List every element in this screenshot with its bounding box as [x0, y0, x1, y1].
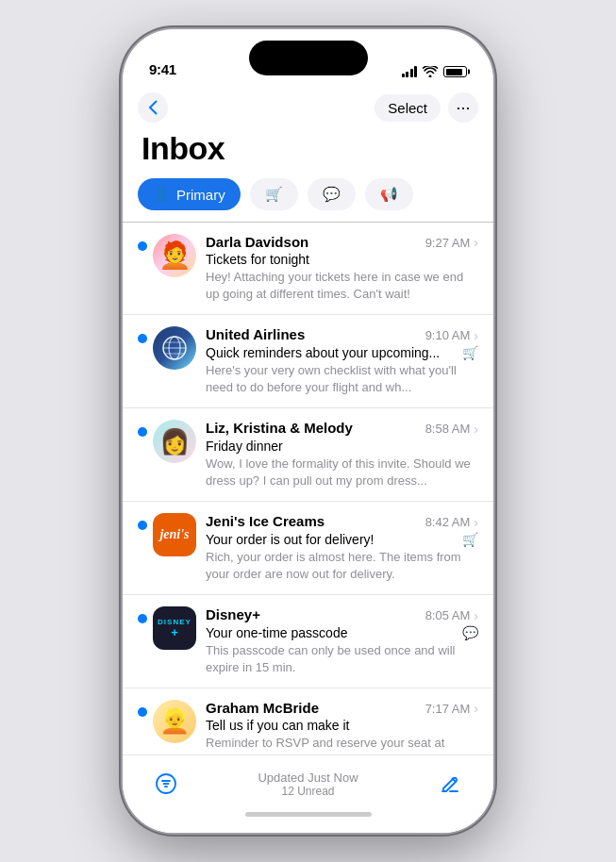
email-item[interactable]: 👩 Liz, Kristina & Melody 8:58 AM › Frida…: [123, 408, 493, 502]
email-meta: 7:17 AM ›: [425, 701, 478, 716]
email-item[interactable]: 🧑‍🦰 Darla Davidson 9:27 AM › Tickets for…: [123, 223, 493, 316]
email-time: 9:10 AM: [425, 328, 471, 342]
email-subject: Tell us if you can make it: [206, 718, 478, 733]
email-subject-row: Your order is out for delivery! 🛒: [206, 532, 478, 547]
select-button[interactable]: Select: [375, 94, 441, 122]
updated-text: Updated Just Now: [187, 771, 429, 785]
email-header: Disney+ 8:05 AM ›: [206, 606, 478, 623]
sender-name: Darla Davidson: [206, 234, 425, 250]
email-header: Darla Davidson 9:27 AM ›: [206, 234, 478, 251]
unread-dot: [138, 241, 147, 251]
email-content: Darla Davidson 9:27 AM › Tickets for ton…: [206, 234, 478, 304]
email-meta: 8:58 AM ›: [425, 422, 478, 437]
email-content: Disney+ 8:05 AM › Your one-time passcode…: [206, 606, 478, 676]
more-button[interactable]: ···: [448, 92, 478, 123]
email-subject-row: Your one-time passcode 💬: [206, 625, 478, 640]
tab-primary-label: Primary: [176, 187, 225, 203]
email-header: Graham McBride 7:17 AM ›: [206, 700, 478, 717]
email-time: 8:05 AM: [425, 608, 471, 622]
compose-button[interactable]: [429, 763, 471, 804]
email-preview: Rich, your order is almost here. The ite…: [206, 549, 478, 583]
chevron-right-icon: ›: [474, 515, 478, 530]
chevron-right-icon: ›: [474, 701, 478, 716]
email-item[interactable]: DISNEY + Disney+ 8:05 AM › Your one-time…: [123, 595, 493, 688]
home-indicator: [245, 812, 372, 817]
email-subject-row: Tickets for tonight: [206, 252, 478, 267]
sender-name: Liz, Kristina & Melody: [206, 420, 425, 436]
tab-messages[interactable]: 💬: [308, 178, 356, 210]
avatar: jeni's: [153, 513, 196, 556]
email-meta: 8:42 AM ›: [425, 515, 478, 530]
email-subject-row: Tell us if you can make it: [206, 718, 478, 733]
chevron-right-icon: ›: [474, 328, 478, 343]
promotions-icon: 📢: [380, 186, 398, 203]
email-item[interactable]: jeni's Jeni's Ice Creams 8:42 AM › Your …: [123, 502, 493, 595]
email-preview: Wow, I love the formality of this invite…: [206, 456, 478, 489]
chevron-right-icon: ›: [474, 608, 478, 623]
email-time: 7:17 AM: [425, 702, 471, 716]
unread-dot: [138, 427, 147, 437]
phone-frame: 9:41 Select: [123, 29, 493, 833]
tab-primary[interactable]: 👤 Primary: [138, 178, 241, 210]
shopping-icon: 🛒: [265, 186, 283, 203]
avatar: DISNEY +: [153, 606, 196, 650]
email-content: Jeni's Ice Creams 8:42 AM › Your order i…: [206, 513, 478, 583]
tab-shopping[interactable]: 🛒: [250, 178, 298, 210]
email-content: United Airlines 9:10 AM › Quick reminder…: [206, 326, 478, 396]
chevron-right-icon: ›: [474, 422, 478, 437]
email-subject: Tickets for tonight: [206, 252, 478, 267]
category-tabs: 👤 Primary 🛒 💬 📢: [123, 178, 493, 222]
avatar: 🧑‍🦰: [153, 234, 196, 277]
email-header: Jeni's Ice Creams 8:42 AM ›: [206, 513, 478, 530]
unread-dot: [138, 334, 147, 343]
avatar: 👩: [153, 420, 196, 463]
wifi-icon: [423, 66, 438, 77]
email-subject: Your one-time passcode: [206, 625, 458, 640]
app-content: Select ··· Inbox 👤 Primary 🛒 💬 📢: [123, 85, 493, 833]
email-time: 9:27 AM: [425, 236, 471, 250]
status-time: 9:41: [149, 61, 176, 77]
email-header: United Airlines 9:10 AM ›: [206, 326, 478, 343]
category-tag: 🛒: [462, 532, 478, 547]
sender-name: Disney+: [206, 606, 425, 622]
email-preview: This passcode can only be used once and …: [206, 642, 478, 676]
email-meta: 9:27 AM ›: [425, 235, 478, 250]
email-subject-row: Friday dinner: [206, 439, 478, 454]
email-meta: 8:05 AM ›: [425, 608, 478, 623]
email-content: Graham McBride 7:17 AM › Tell us if you …: [206, 700, 478, 753]
email-subject: Friday dinner: [206, 439, 478, 454]
email-content: Liz, Kristina & Melody 8:58 AM › Friday …: [206, 420, 478, 489]
avatar: 👱: [153, 700, 196, 743]
primary-icon: 👤: [153, 186, 171, 203]
toolbar-center: Updated Just Now 12 Unread: [187, 771, 429, 798]
nav-right: Select ···: [375, 92, 478, 123]
email-item[interactable]: United Airlines 9:10 AM › Quick reminder…: [123, 315, 493, 408]
dynamic-island: [249, 41, 368, 75]
email-time: 8:42 AM: [425, 515, 471, 529]
chevron-right-icon: ›: [474, 235, 478, 250]
status-icons: [402, 66, 468, 77]
email-header: Liz, Kristina & Melody 8:58 AM ›: [206, 420, 478, 437]
unread-count: 12 Unread: [187, 785, 429, 798]
filter-button[interactable]: [145, 763, 187, 804]
bottom-toolbar: Updated Just Now 12 Unread: [123, 754, 493, 833]
unread-dot: [138, 521, 147, 530]
category-tag: 💬: [462, 625, 478, 640]
email-subject-row: Quick reminders about your upcoming... 🛒: [206, 345, 478, 360]
back-button[interactable]: [138, 92, 168, 123]
toolbar-content: Updated Just Now 12 Unread: [123, 755, 493, 804]
email-item[interactable]: 👱 Graham McBride 7:17 AM › Tell us if yo…: [123, 688, 493, 763]
email-meta: 9:10 AM ›: [425, 328, 478, 343]
email-time: 8:58 AM: [425, 422, 471, 436]
nav-bar: Select ···: [123, 85, 493, 126]
unread-dot: [138, 707, 147, 717]
tab-promotions[interactable]: 📢: [365, 178, 413, 210]
sender-name: Jeni's Ice Creams: [206, 513, 425, 529]
email-preview: Reminder to RSVP and reserve your seat a…: [206, 735, 478, 752]
sender-name: Graham McBride: [206, 700, 425, 716]
battery-icon: [443, 66, 467, 77]
sender-name: United Airlines: [206, 326, 425, 342]
email-subject: Quick reminders about your upcoming...: [206, 345, 458, 360]
inbox-title: Inbox: [123, 126, 493, 178]
email-subject: Your order is out for delivery!: [206, 532, 458, 547]
